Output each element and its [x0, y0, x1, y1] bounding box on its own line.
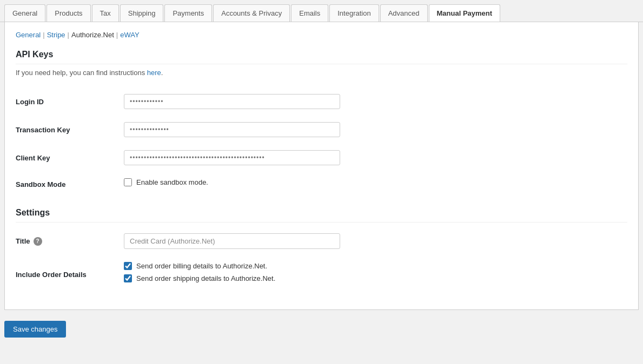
tab-manual-payment[interactable]: Manual Payment — [429, 4, 501, 22]
login-id-input[interactable] — [124, 94, 340, 109]
tab-payments[interactable]: Payments — [164, 4, 212, 22]
sandbox-checkbox[interactable] — [124, 178, 132, 186]
billing-checkbox-row: Send order billing details to Authorize.… — [124, 262, 627, 270]
client-key-row: Client Key — [16, 144, 627, 172]
tab-general[interactable]: General — [4, 4, 45, 22]
tab-products[interactable]: Products — [47, 4, 90, 22]
shipping-checkbox-row: Send order shipping details to Authorize… — [124, 274, 627, 282]
settings-table: Title ? Include Order Details Send order… — [16, 227, 627, 293]
transaction-key-row: Transaction Key — [16, 116, 627, 144]
tabs-container: General Products Tax Shipping Payments A… — [0, 0, 643, 310]
shipping-checkbox[interactable] — [124, 274, 132, 282]
help-text: If you need help, you can find instructi… — [16, 69, 627, 77]
title-row: Title ? — [16, 227, 627, 255]
api-keys-section: API Keys If you need help, you can find … — [16, 50, 627, 197]
title-help-icon[interactable]: ? — [34, 237, 42, 246]
client-key-label: Client Key — [16, 144, 124, 172]
tab-tax[interactable]: Tax — [92, 4, 119, 22]
login-id-label: Login ID — [16, 87, 124, 116]
tabs-bar: General Products Tax Shipping Payments A… — [0, 0, 643, 22]
breadcrumb-general[interactable]: General — [16, 31, 41, 39]
include-order-details-row: Include Order Details Send order billing… — [16, 255, 627, 293]
transaction-key-input[interactable] — [124, 122, 340, 137]
sandbox-checkbox-label[interactable]: Enable sandbox mode. — [136, 178, 208, 186]
breadcrumb-authorizenet: Authorize.Net — [71, 31, 114, 39]
api-keys-table: Login ID Transaction Key Client Key — [16, 87, 627, 197]
sandbox-checkbox-row: Enable sandbox mode. — [124, 178, 627, 186]
settings-section: Settings Title ? Include Order Details — [16, 208, 627, 293]
login-id-row: Login ID — [16, 87, 627, 116]
tab-accounts-privacy[interactable]: Accounts & Privacy — [213, 4, 290, 22]
title-label-container: Title ? — [16, 237, 124, 246]
client-key-input[interactable] — [124, 150, 340, 165]
title-label: Title — [16, 237, 30, 245]
breadcrumb: General | Stripe | Authorize.Net | eWAY — [16, 31, 627, 39]
billing-checkbox-label[interactable]: Send order billing details to Authorize.… — [136, 262, 267, 270]
sep-3: | — [116, 31, 118, 39]
transaction-key-label: Transaction Key — [16, 116, 124, 144]
shipping-checkbox-label[interactable]: Send order shipping details to Authorize… — [136, 274, 275, 282]
tab-emails[interactable]: Emails — [291, 4, 328, 22]
tab-shipping[interactable]: Shipping — [120, 4, 164, 22]
sandbox-mode-label: Sandbox Mode — [16, 172, 124, 197]
sandbox-mode-row: Sandbox Mode Enable sandbox mode. — [16, 172, 627, 197]
settings-title: Settings — [16, 208, 627, 223]
tab-advanced[interactable]: Advanced — [380, 4, 428, 22]
sep-2: | — [68, 31, 69, 39]
tab-integration[interactable]: Integration — [329, 4, 379, 22]
billing-checkbox[interactable] — [124, 262, 132, 270]
breadcrumb-stripe[interactable]: Stripe — [47, 31, 65, 39]
include-order-details-label: Include Order Details — [16, 255, 124, 293]
breadcrumb-eway[interactable]: eWAY — [120, 31, 139, 39]
title-input[interactable] — [124, 233, 340, 249]
sep-1: | — [43, 31, 44, 39]
content-area: General | Stripe | Authorize.Net | eWAY … — [4, 22, 639, 310]
help-link[interactable]: here — [147, 69, 161, 77]
api-keys-title: API Keys — [16, 50, 627, 64]
save-changes-button[interactable]: Save changes — [4, 321, 66, 338]
